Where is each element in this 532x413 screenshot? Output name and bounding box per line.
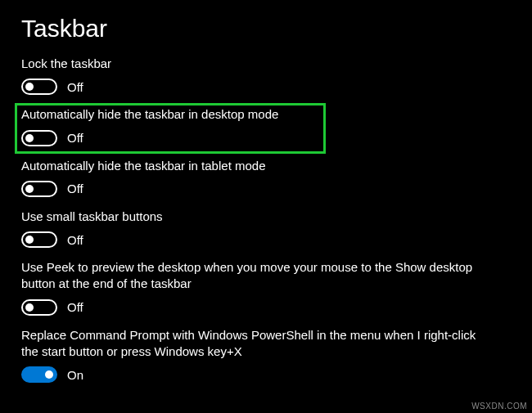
setting-item: Automatically hide the taskbar in deskto… [21,106,511,146]
toggle-state-label: Off [67,233,83,247]
setting-label: Use Peek to preview the desktop when you… [21,259,496,293]
toggle-row: Off [21,231,511,248]
toggle-row: Off [21,79,511,95]
setting-label: Automatically hide the taskbar in tablet… [21,158,496,174]
setting-label: Lock the taskbar [21,56,496,72]
toggle-switch[interactable] [21,181,57,197]
setting-label: Replace Command Prompt with Windows Powe… [21,327,496,361]
toggle-switch[interactable] [21,79,57,95]
page-title: Taskbar [21,15,511,43]
setting-item: Automatically hide the taskbar in tablet… [21,158,511,197]
toggle-knob [25,303,34,312]
toggle-switch[interactable] [21,299,57,316]
toggle-row: On [21,366,511,383]
setting-item: Lock the taskbarOff [21,56,511,95]
toggle-knob [25,236,34,244]
toggle-state-label: Off [67,131,83,145]
toggle-knob [25,134,34,142]
toggle-state-label: On [67,368,83,382]
toggle-knob [25,83,34,91]
toggle-knob [25,185,34,193]
setting-label: Use small taskbar buttons [21,209,496,225]
toggle-switch[interactable] [21,231,57,248]
toggle-knob [45,370,53,379]
toggle-row: Off [21,181,511,197]
setting-label: Automatically hide the taskbar in deskto… [21,106,496,123]
toggle-state-label: Off [67,80,83,94]
toggle-state-label: Off [67,182,83,195]
setting-item: Replace Command Prompt with Windows Powe… [21,327,511,384]
toggle-row: Off [21,299,511,316]
toggle-switch[interactable] [21,130,57,146]
setting-item: Use small taskbar buttonsOff [21,209,511,248]
toggle-state-label: Off [67,300,83,314]
setting-item: Use Peek to preview the desktop when you… [21,259,511,316]
watermark: WSXDN.COM [471,402,527,411]
toggle-row: Off [21,130,511,146]
toggle-switch[interactable] [21,366,57,383]
